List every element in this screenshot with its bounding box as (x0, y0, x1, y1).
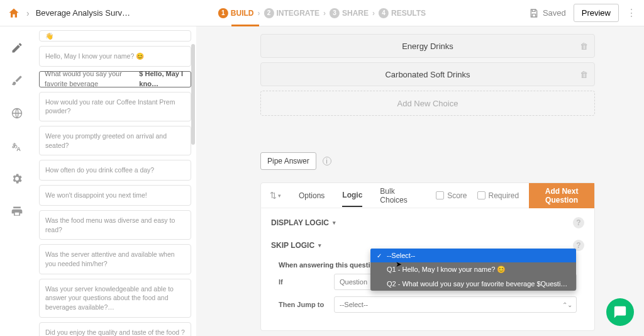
choice-row[interactable]: Energy Drinks🗑 (260, 34, 595, 58)
svg-text:A: A (16, 146, 21, 152)
trash-icon[interactable]: 🗑 (580, 42, 588, 51)
question-card[interactable]: Was the server attentive and available w… (39, 244, 191, 274)
tab-logic[interactable]: Logic (342, 191, 362, 207)
tab-bulk-choices[interactable]: Bulk Choices (380, 187, 418, 204)
choices-area: Energy Drinks🗑 Carbonated Soft Drinks🗑 A… (260, 34, 595, 116)
question-card[interactable]: Was the food menu was diverse and easy t… (39, 210, 191, 240)
if-label: If (279, 278, 328, 286)
question-card[interactable]: Hello, May I know your name? 😊 (39, 46, 191, 67)
question-card[interactable]: 👋 (39, 30, 191, 42)
info-icon[interactable]: i (323, 157, 331, 165)
trash-icon[interactable]: 🗑 (580, 70, 588, 79)
preview-button[interactable]: Preview (574, 4, 619, 22)
reorder-icon[interactable]: ⇅ ▾ (270, 191, 281, 200)
pipe-answer-button[interactable]: Pipe Answer (260, 152, 316, 170)
question-card[interactable]: We won't disappoint you next time! (39, 185, 191, 206)
condition-dropdown[interactable]: ✓--Select-- Q1 - Hello, May I know your … (370, 249, 576, 291)
printer-icon[interactable] (11, 205, 23, 218)
question-list: 👋Hello, May I know your name? 😊What woul… (34, 26, 196, 336)
home-icon[interactable] (8, 7, 20, 20)
step-integrate[interactable]: 2INTEGRATE (264, 8, 319, 18)
chevron-right-icon: › (258, 9, 260, 18)
required-checkbox[interactable]: Required (477, 191, 519, 200)
step-build[interactable]: 1BUILD (218, 8, 254, 18)
add-choice-button[interactable]: Add New Choice (260, 91, 595, 116)
pencil-icon[interactable] (11, 42, 23, 54)
scrollbar-thumb[interactable] (191, 44, 195, 145)
then-jump-select[interactable]: --Select--⌃⌄ (334, 296, 577, 313)
question-card[interactable]: Were you promptly greeted on arrival and… (39, 126, 191, 155)
question-card[interactable]: How would you rate our Coffee Instant Pr… (39, 92, 191, 121)
chevron-right-icon: › (26, 8, 30, 18)
help-icon[interactable]: ? (573, 217, 584, 228)
step-results[interactable]: 4RESULTS (379, 8, 426, 18)
save-icon (529, 8, 539, 18)
then-jump-label: Then Jump to (279, 301, 328, 308)
chat-launcher[interactable] (606, 298, 634, 326)
question-card[interactable]: Did you enjoy the quality and taste of t… (39, 322, 191, 336)
display-logic-toggle[interactable]: DISPLAY LOGIC▾ ? (271, 217, 584, 228)
step-share[interactable]: 3SHARE (330, 8, 369, 18)
question-card[interactable]: How often do you drink coffee a day? (39, 160, 191, 181)
add-next-question-button[interactable]: Add Next Question (529, 183, 594, 208)
side-rail: あA (0, 26, 34, 336)
translate-icon[interactable]: あA (11, 140, 23, 152)
gear-icon[interactable] (11, 172, 23, 185)
dropdown-option[interactable]: Q2 - What would you say your favorite be… (370, 277, 576, 291)
tab-options[interactable]: Options (299, 191, 325, 200)
dropdown-option[interactable]: ✓--Select-- (370, 249, 576, 262)
more-menu-icon[interactable]: ⋮ (626, 7, 636, 19)
chat-icon (613, 305, 627, 319)
globe-icon[interactable] (11, 107, 23, 120)
caret-down-icon: ▾ (318, 242, 321, 249)
score-checkbox[interactable]: Score (436, 191, 467, 200)
caret-down-icon: ▾ (333, 220, 336, 226)
saved-indicator: Saved (529, 8, 566, 18)
question-card[interactable]: What would you say your favorite beverag… (39, 71, 191, 87)
breadcrumb[interactable]: Beverage Analysis Surv… (36, 8, 130, 18)
chevron-updown-icon: ⌃⌄ (562, 301, 572, 308)
question-card[interactable]: Was your server knowledgeable and able t… (39, 279, 191, 318)
dropdown-option[interactable]: Q1 - Hello, May I know your name? 😊 (370, 262, 576, 277)
brush-icon[interactable] (11, 74, 23, 87)
chevron-right-icon: › (372, 9, 375, 18)
choice-row[interactable]: Carbonated Soft Drinks🗑 (260, 62, 595, 86)
check-icon: ✓ (377, 252, 383, 259)
chevron-right-icon: › (323, 9, 326, 18)
wizard-steps: 1BUILD › 2INTEGRATE › 3SHARE › 4RESULTS (218, 8, 426, 18)
